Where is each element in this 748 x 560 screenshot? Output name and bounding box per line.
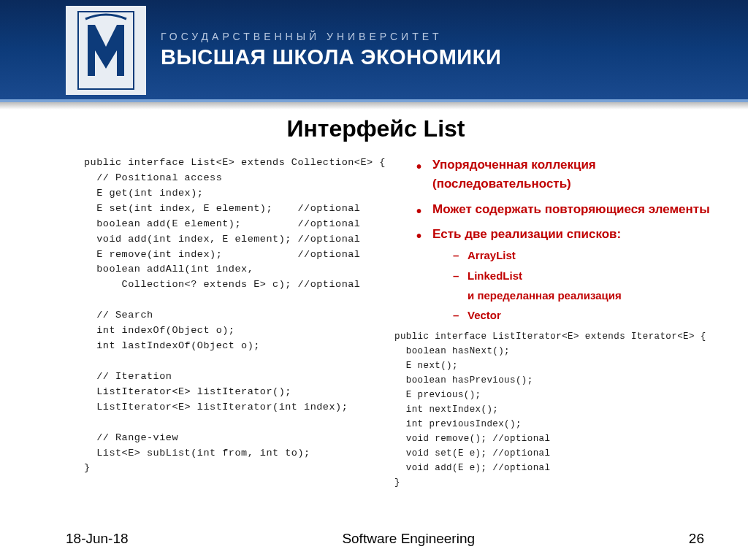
extra-text: и переделанная реализация — [432, 287, 726, 304]
sub-list: ArrayList LinkedList — [432, 247, 726, 284]
left-column: public interface List<E> extends Collect… — [84, 156, 409, 490]
bullet-text: Есть две реализации списков: — [432, 227, 621, 241]
page-title: Интерфейс List — [26, 115, 726, 142]
slide-footer: 18-Jun-18 Software Engineering 26 — [0, 531, 748, 547]
code-list-interface: public interface List<E> extends Collect… — [84, 156, 409, 476]
sub-item: ArrayList — [432, 247, 726, 264]
footer-date: 18-Jun-18 — [66, 531, 129, 547]
header-shadow — [0, 102, 748, 110]
footer-center: Software Engineering — [342, 531, 475, 547]
slide-content: Интерфейс List public interface List<E> … — [0, 110, 748, 490]
slide-header: ГОСУДАРСТВЕННЫЙ УНИВЕРСИТЕТ ВЫСШАЯ ШКОЛА… — [0, 0, 748, 102]
sub-item: Vector — [432, 307, 726, 323]
university-title: ВЫСШАЯ ШКОЛА ЭКОНОМИКИ — [161, 45, 501, 69]
bullet-item: Упорядоченная коллекция (последовательно… — [416, 156, 726, 194]
bullet-item: Может содержать повторяющиеся элементы — [416, 200, 726, 219]
bullet-list: Упорядоченная коллекция (последовательно… — [416, 156, 726, 323]
bullet-item: Есть две реализации списков: ArrayList L… — [416, 225, 726, 323]
sub-item: LinkedList — [432, 267, 726, 284]
code-listiterator-interface: public interface ListIterator<E> extends… — [394, 329, 726, 490]
sub-list: Vector — [432, 307, 726, 323]
university-logo — [66, 6, 146, 95]
header-titles: ГОСУДАРСТВЕННЫЙ УНИВЕРСИТЕТ ВЫСШАЯ ШКОЛА… — [161, 31, 501, 69]
right-column: Упорядоченная коллекция (последовательно… — [409, 156, 726, 490]
footer-page: 26 — [689, 531, 704, 547]
university-subtitle: ГОСУДАРСТВЕННЫЙ УНИВЕРСИТЕТ — [161, 31, 501, 42]
